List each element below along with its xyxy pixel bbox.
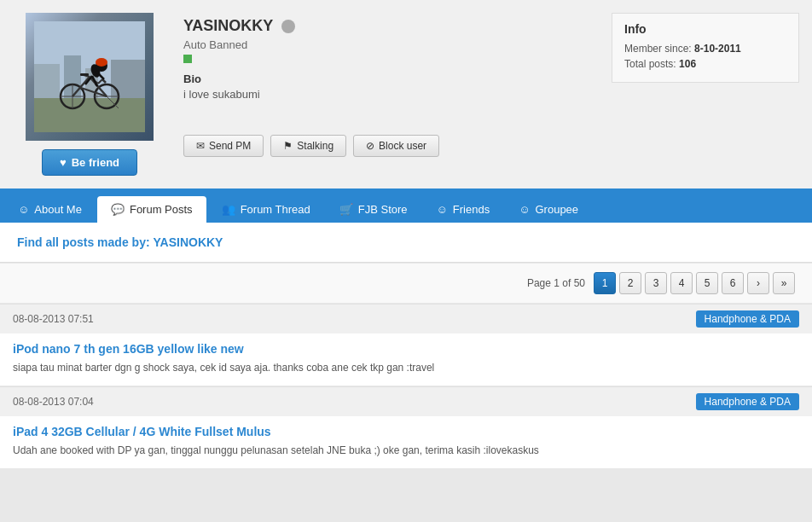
avatar-column: ♥ Be friend: [13, 13, 166, 176]
thread-icon: 👥: [222, 203, 235, 216]
be-friend-button[interactable]: ♥ Be friend: [42, 149, 137, 176]
post-preview-1: siapa tau minat barter dgn g shock saya,…: [13, 360, 799, 375]
tab-groupee[interactable]: ☺ Groupee: [505, 196, 592, 223]
avatar: [26, 13, 154, 141]
flag-icon: ⚑: [283, 140, 293, 152]
page-button-2[interactable]: 2: [619, 272, 641, 294]
bio-text: i love sukabumi: [183, 88, 594, 101]
svg-rect-5: [111, 60, 145, 98]
online-dot: [183, 55, 192, 63]
username-row: YASINOKKY: [183, 17, 594, 35]
send-pm-button[interactable]: ✉ Send PM: [183, 135, 264, 157]
post-body-2: iPad 4 32GB Cellular / 4G White Fullset …: [0, 416, 812, 468]
tab-fjb-store[interactable]: 🛒 FJB Store: [326, 196, 421, 223]
page-button-1[interactable]: 1: [594, 272, 616, 294]
page-button-3[interactable]: 3: [645, 272, 667, 294]
tab-forum-posts[interactable]: 💬 Forum Posts: [97, 196, 206, 223]
page-next-button[interactable]: ›: [747, 272, 769, 294]
profile-section: ♥ Be friend YASINOKKY Auto Banned Bio i …: [0, 0, 812, 191]
find-posts-text: Find all posts made by: YASINOKKY: [17, 235, 795, 249]
post-header-2: 08-08-2013 07:04 Handphone & PDA: [0, 386, 812, 416]
block-icon: ⊘: [366, 140, 374, 152]
member-since-row: Member since: 8-10-2011: [624, 43, 786, 55]
svg-rect-1: [34, 98, 145, 132]
status-label: Auto Banned: [183, 38, 594, 51]
avatar-image: [34, 21, 145, 132]
profile-info: YASINOKKY Auto Banned Bio i love sukabum…: [183, 13, 594, 176]
tab-about-me[interactable]: ☺ About Me: [4, 196, 96, 223]
post-category-1[interactable]: Handphone & PDA: [696, 310, 799, 328]
svg-rect-19: [80, 73, 89, 76]
offline-icon: [281, 20, 295, 33]
page-button-6[interactable]: 6: [722, 272, 744, 294]
page-info: Page 1 of 50: [527, 277, 585, 289]
post-preview-2: Udah ane booked with DP ya gan, tinggal …: [13, 443, 799, 458]
post-category-2[interactable]: Handphone & PDA: [696, 393, 799, 410]
post-header-1: 08-08-2013 07:51 Handphone & PDA: [0, 304, 812, 334]
svg-rect-2: [34, 64, 60, 98]
posts-icon: 💬: [111, 203, 125, 216]
post-date-2: 08-08-2013 07:04: [13, 396, 94, 408]
page-button-5[interactable]: 5: [696, 272, 718, 294]
post-title-2[interactable]: iPad 4 32GB Cellular / 4G White Fullset …: [13, 425, 799, 438]
total-posts-row: Total posts: 106: [624, 58, 786, 70]
tabs-bar: ☺ About Me 💬 Forum Posts 👥 Forum Thread …: [0, 191, 812, 223]
envelope-icon: ✉: [196, 140, 205, 152]
friends-icon: ☺: [437, 203, 448, 216]
heart-icon: ♥: [60, 156, 67, 169]
action-buttons: ✉ Send PM ⚑ Stalking ⊘ Block user: [183, 135, 594, 157]
username: YASINOKKY: [183, 17, 273, 35]
person-icon: ☺: [18, 203, 29, 216]
stalking-button[interactable]: ⚑ Stalking: [270, 135, 346, 157]
tab-friends[interactable]: ☺ Friends: [423, 196, 504, 223]
store-icon: 🛒: [339, 203, 353, 216]
groupee-icon: ☺: [519, 203, 530, 216]
post-entry-2: 08-08-2013 07:04 Handphone & PDA iPad 4 …: [0, 386, 812, 469]
info-box: Info Member since: 8-10-2011 Total posts…: [612, 13, 799, 83]
post-title-1[interactable]: iPod nano 7 th gen 16GB yellow like new: [13, 342, 799, 356]
post-entry-1: 08-08-2013 07:51 Handphone & PDA iPod na…: [0, 304, 812, 386]
info-box-title: Info: [624, 22, 786, 36]
tab-forum-thread[interactable]: 👥 Forum Thread: [208, 196, 324, 223]
page-last-button[interactable]: »: [773, 272, 795, 294]
main-content: Find all posts made by: YASINOKKY: [0, 223, 812, 263]
block-user-button[interactable]: ⊘ Block user: [353, 135, 439, 157]
post-date-1: 08-08-2013 07:51: [13, 313, 94, 325]
svg-point-22: [96, 58, 107, 67]
post-body-1: iPod nano 7 th gen 16GB yellow like new …: [0, 334, 812, 386]
page-button-4[interactable]: 4: [670, 272, 693, 294]
bio-label: Bio: [183, 72, 594, 85]
pagination-row: Page 1 of 50 1 2 3 4 5 6 › »: [0, 263, 812, 304]
